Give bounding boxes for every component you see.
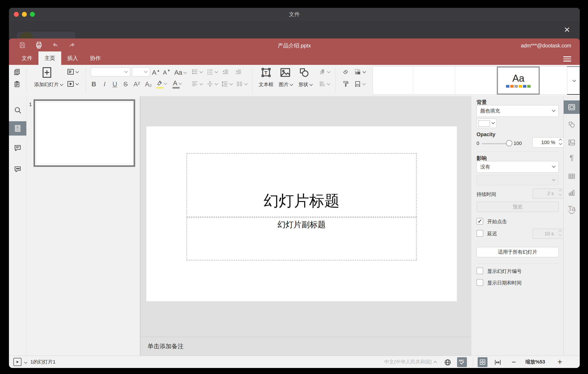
copy-button[interactable]	[12, 67, 22, 77]
insert-shape-dropdown[interactable]: 形状	[295, 80, 315, 88]
font-color-button[interactable]: A	[171, 79, 184, 89]
document-language-icon[interactable]	[443, 357, 453, 367]
delay-input-disabled: 10 s	[532, 229, 564, 239]
tab-collaboration[interactable]: 协作	[84, 51, 107, 65]
slide-size-button[interactable]	[353, 79, 367, 89]
shape-settings-icon[interactable]	[564, 118, 580, 131]
table-settings-icon[interactable]	[564, 170, 580, 183]
theme-option[interactable]	[540, 66, 567, 95]
increase-indent-button[interactable]	[233, 67, 243, 77]
search-icon[interactable]	[9, 103, 26, 117]
editor-canvas: 幻灯片标题 幻灯片副标题 单击添加备注	[140, 96, 471, 356]
slide-layout-button[interactable]	[65, 67, 80, 77]
fill-color-swatch	[478, 120, 490, 127]
start-on-click-checkbox[interactable]: ✓	[476, 218, 483, 225]
zoom-in-button[interactable]: +	[555, 356, 565, 368]
insert-image-button[interactable]	[278, 66, 292, 79]
fit-to-width-icon[interactable]	[493, 357, 503, 367]
panel-divider	[476, 264, 559, 264]
decrease-font-size-button[interactable]: A▼	[162, 68, 172, 77]
apply-to-all-slides-button[interactable]: 适用于所有幻灯片	[476, 247, 559, 257]
highlight-color-button[interactable]	[155, 79, 168, 89]
increase-font-size-button[interactable]: A▲	[151, 68, 161, 77]
fill-color-picker[interactable]	[476, 119, 497, 128]
theme-option[interactable]	[455, 66, 497, 95]
opacity-max-label: 100	[514, 141, 522, 146]
copy-style-button[interactable]	[340, 79, 351, 89]
start-on-click-label: 开始点击	[487, 218, 507, 225]
fill-type-select[interactable]: 颜色填充	[476, 105, 559, 117]
comments-icon[interactable]	[9, 141, 26, 155]
italic-button[interactable]: I	[100, 80, 109, 88]
slide-settings-icon[interactable]	[564, 100, 580, 114]
chat-icon[interactable]	[9, 162, 26, 176]
text-art-settings-icon[interactable]: Ta	[564, 202, 580, 216]
tab-insert[interactable]: 插入	[61, 51, 84, 65]
app-chrome-bar: ✕	[9, 21, 580, 38]
font-name-input[interactable]	[91, 67, 130, 77]
strikeout-button[interactable]: S	[121, 80, 130, 88]
line-spacing-button[interactable]	[220, 79, 233, 89]
horizontal-align-button[interactable]	[190, 79, 203, 89]
add-slide-button[interactable]	[40, 66, 54, 79]
slide-thumbnail-selected[interactable]	[33, 99, 135, 167]
close-icon[interactable]: ✕	[561, 24, 573, 35]
delay-checkbox[interactable]	[476, 230, 483, 237]
insert-textbox-button[interactable]: T	[259, 66, 273, 79]
tab-home[interactable]: 主页	[38, 51, 61, 65]
paragraph-settings-icon[interactable]: ¶	[564, 151, 580, 165]
notes-area[interactable]: 单击添加备注	[140, 337, 471, 356]
theme-option-selected[interactable]: Aa	[497, 66, 540, 95]
delay-label: 延迟	[487, 231, 497, 237]
editor-header-wrap: 产品介绍.pptx adm***@dootask.com 文件 主页 插入 协作	[9, 38, 580, 65]
opacity-value-input[interactable]: 100 %	[532, 137, 564, 148]
show-date-time-checkbox[interactable]	[476, 279, 483, 286]
add-slide-dropdown[interactable]: 添加幻灯片	[30, 80, 67, 89]
superscript-button[interactable]: A²	[131, 80, 142, 88]
eraser-button[interactable]	[340, 67, 351, 77]
start-preview-button[interactable]	[13, 358, 21, 366]
background-label: 背景	[476, 99, 487, 106]
chart-settings-icon[interactable]	[564, 186, 580, 199]
fit-to-slide-toggle-icon[interactable]	[478, 357, 487, 367]
slide-canvas[interactable]: 幻灯片标题 幻灯片副标题	[146, 126, 457, 301]
spellcheck-toggle-icon[interactable]: ABC	[457, 357, 467, 367]
bullet-list-button[interactable]	[190, 67, 203, 77]
theme-option[interactable]	[413, 66, 455, 95]
tab-file[interactable]: 文件	[16, 51, 38, 65]
arrange-shape-button[interactable]	[317, 67, 332, 77]
numbered-list-button[interactable]: 123	[206, 67, 219, 77]
paste-button[interactable]	[12, 79, 22, 89]
opacity-slider-track[interactable]	[482, 143, 508, 144]
title-placeholder[interactable]: 幻灯片标题	[187, 153, 417, 217]
theme-gallery-expand-button[interactable]	[567, 66, 579, 95]
change-case-button[interactable]: Aa	[172, 68, 188, 77]
ribbon-tabs: 文件 主页 插入 协作	[16, 51, 107, 65]
image-settings-icon[interactable]	[564, 136, 580, 149]
opacity-slider-thumb[interactable]	[506, 140, 512, 146]
insert-image-dropdown[interactable]: 图片	[276, 80, 295, 88]
subscript-button[interactable]: A₂	[143, 80, 154, 88]
language-selector[interactable]: 中文(中华人民共和国)	[384, 356, 437, 368]
slide-theme-color-button[interactable]	[353, 67, 367, 77]
decrease-indent-button[interactable]	[220, 67, 231, 77]
hamburger-menu-icon[interactable]	[563, 55, 571, 62]
bold-button[interactable]: B	[89, 80, 98, 88]
start-slideshow-button[interactable]	[65, 79, 80, 89]
show-slide-number-checkbox[interactable]	[476, 267, 483, 274]
vertical-align-button[interactable]	[206, 79, 219, 89]
subtitle-placeholder[interactable]: 幻灯片副标题	[187, 217, 417, 260]
insert-shape-button[interactable]	[297, 66, 311, 79]
effect-select[interactable]: 没有	[476, 161, 559, 173]
font-size-input[interactable]	[132, 67, 150, 77]
duration-input-disabled: 2 s	[532, 188, 564, 199]
align-shape-button[interactable]	[317, 79, 332, 89]
zoom-out-button[interactable]: −	[509, 356, 519, 368]
slide-subtitle-text: 幻灯片副标题	[277, 219, 326, 230]
theme-option[interactable]	[373, 66, 413, 95]
macos-titlebar: 文件	[9, 8, 580, 21]
underline-button[interactable]: U	[110, 80, 120, 88]
preview-mode-dropdown[interactable]	[23, 360, 29, 364]
columns-button[interactable]	[235, 79, 248, 89]
slides-panel-icon[interactable]	[9, 121, 26, 136]
